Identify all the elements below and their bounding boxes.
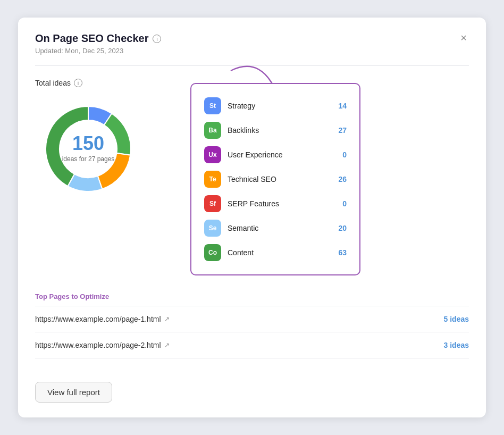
seo-checker-card: On Page SEO Checker i × Updated: Mon, De…: [18, 18, 486, 417]
legend-badge: Sf: [204, 195, 221, 212]
donut-svg: [35, 96, 141, 202]
external-link-icon: ↗: [164, 341, 170, 349]
legend-count: 20: [338, 224, 347, 232]
legend-badge: Co: [204, 244, 221, 261]
total-ideas-info-icon[interactable]: i: [74, 79, 82, 87]
legend-count: 63: [338, 248, 347, 257]
legend-row: St Strategy 14: [204, 94, 347, 118]
legend-row: Te Technical SEO 26: [204, 167, 347, 191]
legend-label: Technical SEO: [228, 175, 276, 183]
legend-count: 0: [342, 150, 347, 159]
legend-row: Ba Backlinks 27: [204, 118, 347, 143]
close-button[interactable]: ×: [458, 32, 469, 43]
legend-count: 14: [338, 102, 347, 110]
legend-row-left: Ux User Experience: [204, 146, 283, 163]
card-title-group: On Page SEO Checker i: [35, 32, 161, 45]
legend-label: User Experience: [228, 150, 283, 159]
legend-row: Ux User Experience 0: [204, 143, 347, 167]
legend-label: Backlinks: [228, 126, 259, 135]
legend-row: Co Content 63: [204, 240, 347, 265]
legend-count: 26: [338, 175, 347, 183]
legend-label: SERP Features: [228, 199, 279, 208]
legend-badge: Te: [204, 171, 221, 188]
page-url: https://www.example.com/page-2.html ↗: [35, 341, 170, 349]
legend-label: Content: [228, 248, 254, 257]
legend-row: Se Semantic 20: [204, 216, 347, 240]
donut-chart: 150 ideas for 27 pages: [35, 96, 141, 202]
title-info-icon[interactable]: i: [153, 35, 161, 43]
legend-row-left: Co Content: [204, 244, 254, 261]
updated-date: Updated: Mon, Dec 25, 2023: [35, 47, 469, 55]
external-link-icon: ↗: [164, 315, 170, 323]
legend-box: St Strategy 14 Ba Backlinks 27 Ux User E…: [190, 83, 360, 275]
chart-section: Total ideas i 150 ideas for 27 pages: [35, 79, 173, 202]
page-row: https://www.example.com/page-2.html ↗ 3 …: [35, 332, 469, 358]
footer: View full report: [35, 369, 469, 403]
legend-label: Strategy: [228, 102, 255, 110]
legend-badge: St: [204, 97, 221, 114]
legend-row-left: Se Semantic: [204, 220, 258, 237]
card-title-text: On Page SEO Checker: [35, 32, 148, 45]
page-url: https://www.example.com/page-1.html ↗: [35, 315, 170, 323]
legend-row-left: Ba Backlinks: [204, 122, 259, 139]
main-section: Total ideas i 150 ideas for 27 pages St …: [35, 79, 469, 275]
legend-row-left: Sf SERP Features: [204, 195, 279, 212]
card-header: On Page SEO Checker i ×: [35, 32, 469, 45]
legend-badge: Se: [204, 220, 221, 237]
page-ideas-count: 5 ideas: [444, 315, 469, 323]
legend-badge: Ba: [204, 122, 221, 139]
page-row: https://www.example.com/page-1.html ↗ 5 …: [35, 306, 469, 332]
legend-row: Sf SERP Features 0: [204, 191, 347, 216]
legend-row-left: St Strategy: [204, 97, 255, 114]
legend-count: 0: [342, 199, 347, 208]
legend-count: 27: [338, 126, 347, 135]
pages-list: https://www.example.com/page-1.html ↗ 5 …: [35, 306, 469, 358]
header-divider: [35, 65, 469, 66]
total-ideas-label: Total ideas i: [35, 79, 82, 87]
view-full-report-button[interactable]: View full report: [35, 382, 112, 403]
legend-badge: Ux: [204, 146, 221, 163]
page-ideas-count: 3 ideas: [444, 341, 469, 349]
top-pages-title: Top Pages to Optimize: [35, 292, 469, 300]
top-pages-section: Top Pages to Optimize https://www.exampl…: [35, 292, 469, 358]
legend-label: Semantic: [228, 224, 258, 232]
legend-row-left: Te Technical SEO: [204, 171, 276, 188]
